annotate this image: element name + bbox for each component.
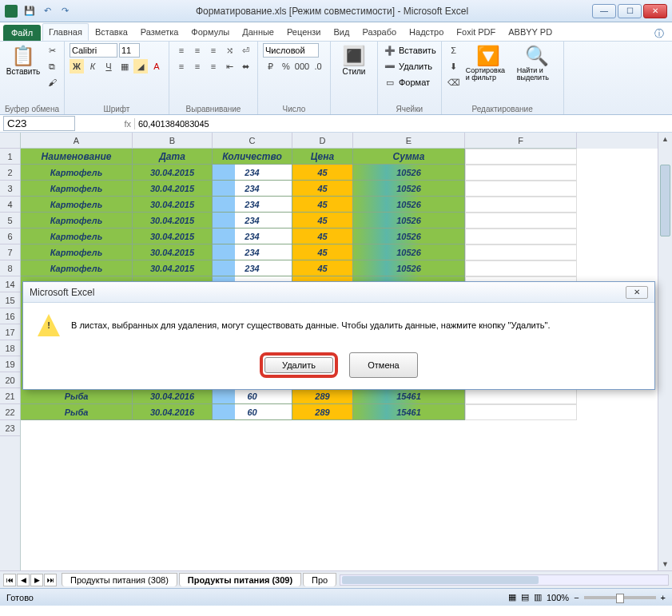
sheet-tab-next[interactable]: Про xyxy=(303,573,336,586)
row-header-4[interactable]: 4 xyxy=(0,197,20,213)
cell[interactable]: Картофель xyxy=(21,165,133,181)
comma-icon[interactable]: 000 xyxy=(295,59,309,74)
cell[interactable]: 60 xyxy=(213,388,292,404)
row-header-8[interactable]: 8 xyxy=(0,260,20,276)
horizontal-scrollbar[interactable] xyxy=(340,574,669,586)
maximize-button[interactable]: ☐ xyxy=(618,4,642,18)
tab-foxit[interactable]: Foxit PDF xyxy=(450,23,502,41)
delete-cells-icon[interactable]: ➖ xyxy=(383,59,397,74)
row-header-15[interactable]: 15 xyxy=(0,292,20,308)
row-header-14[interactable]: 14 xyxy=(0,276,20,292)
row-header-23[interactable]: 23 xyxy=(0,420,20,436)
delete-button[interactable]: Удалить xyxy=(264,357,333,373)
cell[interactable]: 10526 xyxy=(353,197,465,213)
cell[interactable]: 10526 xyxy=(353,244,465,260)
cell[interactable]: 60 xyxy=(213,404,292,420)
row-header-1[interactable]: 1 xyxy=(0,149,20,165)
cell[interactable]: 10526 xyxy=(353,181,465,197)
tab-data[interactable]: Данные xyxy=(236,23,280,41)
cell[interactable]: 30.04.2015 xyxy=(133,165,213,181)
zoom-level[interactable]: 100% xyxy=(547,593,569,602)
cell[interactable]: 234 xyxy=(213,244,292,260)
cell[interactable]: 30.04.2015 xyxy=(133,260,213,276)
merge-icon[interactable]: ⬌ xyxy=(238,59,252,74)
tab-file[interactable]: Файл xyxy=(3,25,41,41)
row-header-6[interactable]: 6 xyxy=(0,229,20,244)
underline-button[interactable]: Ч xyxy=(101,59,116,74)
cell[interactable]: Рыба xyxy=(21,404,133,420)
header-cell[interactable]: Цена xyxy=(292,149,353,165)
fill-color-icon[interactable]: ◢ xyxy=(133,59,148,74)
format-cells-label[interactable]: Формат xyxy=(399,77,430,87)
row-header-3[interactable]: 3 xyxy=(0,181,20,197)
zoom-out-icon[interactable]: − xyxy=(574,593,579,602)
cell[interactable]: 234 xyxy=(213,165,292,181)
select-all-corner[interactable] xyxy=(0,133,20,149)
sheet-nav-first-icon[interactable]: ⏮ xyxy=(3,574,16,586)
format-painter-icon[interactable]: 🖌 xyxy=(45,75,59,89)
sort-filter-button[interactable]: 🔽Сортировка и фильтр xyxy=(464,43,512,83)
cell[interactable]: 10526 xyxy=(353,260,465,276)
tab-insert[interactable]: Вставка xyxy=(89,23,134,41)
font-color-icon[interactable]: A xyxy=(149,59,164,74)
row-header-16[interactable]: 16 xyxy=(0,308,20,324)
view-normal-icon[interactable]: ▦ xyxy=(508,592,516,602)
scroll-up-icon[interactable]: ▲ xyxy=(658,133,672,145)
tab-addins[interactable]: Надстро xyxy=(403,23,450,41)
redo-icon[interactable]: ↷ xyxy=(58,4,72,18)
align-right-icon[interactable]: ≡ xyxy=(206,59,221,74)
dialog-close-icon[interactable]: ✕ xyxy=(626,286,648,299)
cell[interactable]: 30.04.2016 xyxy=(133,388,213,404)
italic-button[interactable]: К xyxy=(85,59,100,74)
find-select-button[interactable]: 🔍Найти и выделить xyxy=(515,43,559,83)
sheet-tab-308[interactable]: Продукты питания (308) xyxy=(62,573,177,586)
tab-layout[interactable]: Разметка xyxy=(134,23,185,41)
cell[interactable]: 234 xyxy=(213,181,292,197)
scroll-down-icon[interactable]: ▼ xyxy=(658,558,672,570)
indent-dec-icon[interactable]: ⇤ xyxy=(222,59,237,74)
align-bot-icon[interactable]: ≡ xyxy=(206,43,221,58)
cell[interactable]: 15461 xyxy=(353,404,465,420)
row-header-2[interactable]: 2 xyxy=(0,165,20,181)
header-cell[interactable]: Дата xyxy=(133,149,213,165)
paste-button[interactable]: 📋Вставить xyxy=(5,43,42,77)
styles-button[interactable]: 🔳Стили xyxy=(336,43,372,77)
currency-icon[interactable]: ₽ xyxy=(263,59,277,74)
cell[interactable]: 45 xyxy=(292,229,353,244)
col-header-F[interactable]: F xyxy=(465,133,577,149)
cell[interactable]: Картофель xyxy=(21,213,133,229)
cell[interactable]: 30.04.2015 xyxy=(133,229,213,244)
col-header-E[interactable]: E xyxy=(353,133,465,149)
col-header-A[interactable]: A xyxy=(21,133,133,149)
cell[interactable]: 30.04.2015 xyxy=(133,197,213,213)
zoom-slider[interactable] xyxy=(584,596,656,599)
insert-cells-icon[interactable]: ➕ xyxy=(383,43,397,58)
fill-icon[interactable]: ⬇ xyxy=(447,59,461,74)
tab-view[interactable]: Вид xyxy=(328,23,356,41)
scroll-thumb[interactable] xyxy=(660,165,670,236)
cell[interactable]: Картофель xyxy=(21,181,133,197)
undo-icon[interactable]: ↶ xyxy=(40,4,54,18)
save-icon[interactable]: 💾 xyxy=(22,4,37,18)
row-header-22[interactable]: 22 xyxy=(0,404,20,420)
close-button[interactable]: ✕ xyxy=(643,4,667,18)
cell[interactable]: 234 xyxy=(213,197,292,213)
help-icon[interactable]: ⓘ xyxy=(654,27,664,41)
align-top-icon[interactable]: ≡ xyxy=(174,43,189,58)
cell[interactable]: Картофель xyxy=(21,197,133,213)
cell[interactable]: 30.04.2015 xyxy=(133,181,213,197)
tab-formulas[interactable]: Формулы xyxy=(185,23,236,41)
sheet-tab-309[interactable]: Продукты питания (309) xyxy=(179,573,301,586)
row-header-17[interactable]: 17 xyxy=(0,324,20,340)
minimize-button[interactable]: — xyxy=(592,4,616,18)
inc-dec-icon[interactable]: .0 xyxy=(311,59,325,74)
col-header-C[interactable]: C xyxy=(213,133,292,149)
percent-icon[interactable]: % xyxy=(279,59,293,74)
cell[interactable]: 30.04.2015 xyxy=(133,213,213,229)
sheet-nav-prev-icon[interactable]: ◀ xyxy=(17,574,30,586)
cell[interactable]: 234 xyxy=(213,229,292,244)
header-cell[interactable]: Наименование xyxy=(21,149,133,165)
cell[interactable]: 289 xyxy=(292,404,353,420)
cell[interactable]: Картофель xyxy=(21,260,133,276)
row-header-5[interactable]: 5 xyxy=(0,213,20,229)
